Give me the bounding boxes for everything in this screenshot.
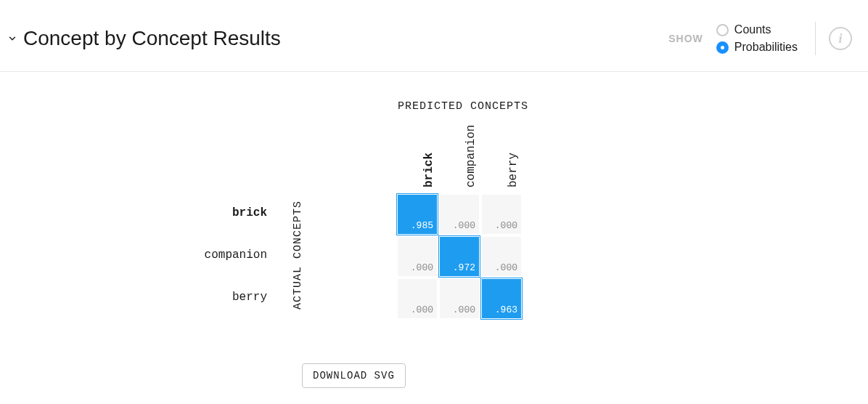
radio-icon-off [716, 24, 729, 36]
col-label-1[interactable]: companion [464, 125, 478, 187]
radio-icon-on [716, 41, 729, 54]
radio-counts[interactable]: Counts [716, 23, 798, 36]
y-axis-title: ACTUAL CONCEPTS [292, 201, 304, 310]
cell-0-0[interactable]: .985 [398, 195, 437, 234]
cell-1-2[interactable]: .000 [482, 237, 521, 276]
cell-2-1[interactable]: .000 [440, 279, 479, 318]
show-label: SHOW [668, 33, 703, 44]
row-label-1[interactable]: companion [165, 249, 267, 262]
row-label-2[interactable]: berry [165, 291, 267, 304]
section-header: Concept by Concept Results SHOW Counts P… [0, 0, 868, 72]
cell-0-2[interactable]: .000 [482, 195, 521, 234]
radio-probabilities-label: Probabilities [734, 41, 798, 54]
page-title: Concept by Concept Results [23, 27, 668, 50]
col-label-0[interactable]: brick [422, 153, 435, 187]
col-label-2[interactable]: berry [507, 153, 520, 187]
chevron-down-icon[interactable] [6, 32, 19, 45]
divider [815, 22, 816, 55]
view-mode-radio-group: Counts Probabilities [716, 23, 798, 54]
radio-probabilities[interactable]: Probabilities [716, 41, 798, 54]
cell-2-0[interactable]: .000 [398, 279, 437, 318]
radio-counts-label: Counts [734, 23, 771, 36]
cell-1-0[interactable]: .000 [398, 237, 437, 276]
cell-1-1[interactable]: .972 [440, 237, 479, 276]
cell-2-2[interactable]: .963 [482, 279, 521, 318]
download-svg-button[interactable]: DOWNLOAD SVG [302, 363, 406, 388]
x-axis-title: PREDICTED CONCEPTS [398, 100, 528, 113]
cell-0-1[interactable]: .000 [440, 195, 479, 234]
info-icon[interactable]: i [829, 27, 852, 50]
row-label-0[interactable]: brick [165, 206, 267, 219]
